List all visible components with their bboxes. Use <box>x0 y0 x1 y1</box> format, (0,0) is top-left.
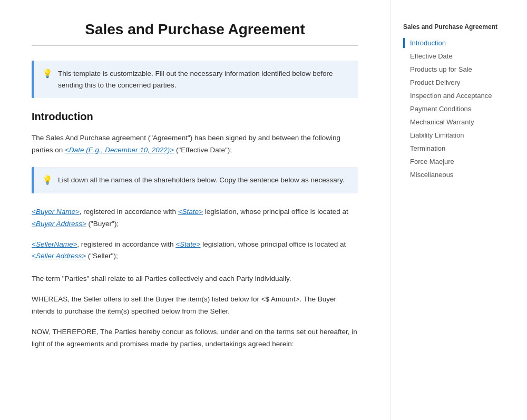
sidebar-nav-item[interactable]: Products up for Sale <box>403 64 506 74</box>
sidebar-nav-item[interactable]: Effective Date <box>403 51 506 61</box>
seller-after: legislation, whose principal office is l… <box>200 240 346 248</box>
sidebar: Sales and Purchase Agreement Introductio… <box>390 0 516 420</box>
sidebar-nav-item[interactable]: Miscellaneous <box>403 170 506 180</box>
info-box-2-text: List down all the names of the sharehold… <box>58 174 345 186</box>
intro-para-1-after: ("Effective Date"); <box>174 146 232 154</box>
sidebar-nav-item[interactable]: Product Delivery <box>403 77 506 87</box>
sidebar-nav-item[interactable]: Introduction <box>403 38 506 48</box>
sidebar-nav-item[interactable]: Force Maejure <box>403 157 506 167</box>
seller-name-link[interactable]: <SellerName> <box>32 240 77 248</box>
term-paragraph: The term "Parties" shall relate to all P… <box>32 273 358 285</box>
sidebar-nav-item[interactable]: Mechanical Warranty <box>403 117 506 127</box>
info-box-1: 💡 This template is customizable. Fill ou… <box>32 61 358 98</box>
info-box-2: 💡 List down all the names of the shareho… <box>32 167 358 193</box>
seller-end: ("Seller"); <box>86 252 118 260</box>
seller-block: <SellerName>, registered in accordance w… <box>32 239 358 263</box>
seller-middle: , registered in accordance with <box>77 240 175 248</box>
buyer-state-link[interactable]: <State> <box>178 208 203 216</box>
seller-state-link[interactable]: <State> <box>175 240 200 248</box>
title-divider <box>32 45 358 46</box>
buyer-after: legislation, whose principal office is l… <box>203 208 348 216</box>
whereas-paragraph: WHEREAS, the Seller offers to sell the B… <box>32 294 358 318</box>
sidebar-nav-item[interactable]: Termination <box>403 143 506 153</box>
page-title: Sales and Purchase Agreement <box>32 21 358 38</box>
now-therefore-paragraph: NOW, THEREFORE, The Parties hereby concu… <box>32 326 358 350</box>
effective-date-link[interactable]: <Date (E.g., December 10, 2022)> <box>65 146 174 154</box>
sidebar-title: Sales and Purchase Agreement <box>403 23 506 31</box>
intro-paragraph-1: The Sales And Purchase agreement ("Agree… <box>32 132 358 157</box>
sidebar-nav-item[interactable]: Payment Conditions <box>403 104 506 114</box>
buyer-end: ("Buyer"); <box>86 220 119 228</box>
introduction-heading: Introduction <box>32 111 358 123</box>
buyer-address-link[interactable]: <Buyer Address> <box>32 220 86 228</box>
seller-address-link[interactable]: <Seller Address> <box>32 252 86 260</box>
main-content: Sales and Purchase Agreement 💡 This temp… <box>0 0 390 420</box>
sidebar-nav-item[interactable]: Inspection and Acceptance <box>403 91 506 101</box>
info-box-1-text: This template is customizable. Fill out … <box>58 68 350 91</box>
bulb-icon: 💡 <box>42 69 53 79</box>
buyer-name-link[interactable]: <Buyer Name> <box>32 208 80 216</box>
sidebar-nav-item[interactable]: Liability Limitation <box>403 130 506 140</box>
sidebar-nav: IntroductionEffective DateProducts up fo… <box>403 38 506 180</box>
buyer-block: <Buyer Name>, registered in accordance w… <box>32 206 358 230</box>
bulb-icon-2: 💡 <box>42 175 53 185</box>
buyer-middle: , registered in accordance with <box>80 208 178 216</box>
